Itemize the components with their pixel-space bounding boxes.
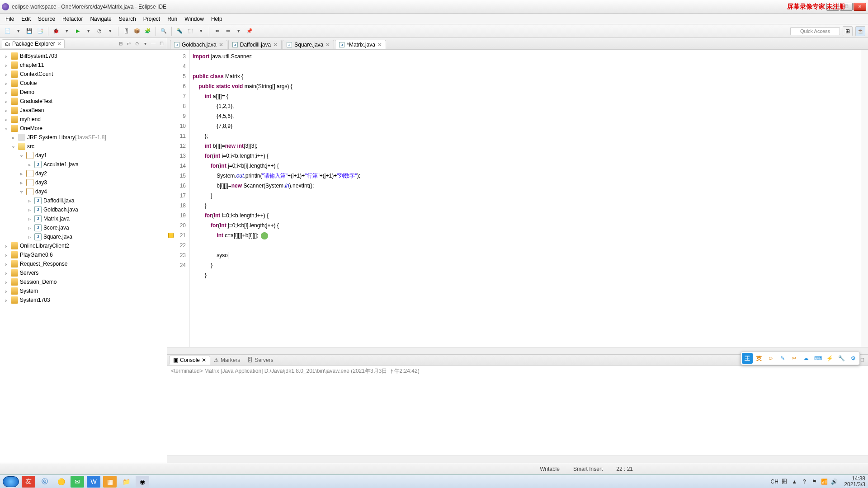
open-type-button[interactable]: 🔍 bbox=[159, 26, 169, 36]
dropdown-icon[interactable]: ▾ bbox=[84, 26, 94, 36]
collapse-all-button[interactable]: ⊟ bbox=[117, 40, 124, 47]
expand-icon[interactable]: ▿ bbox=[10, 144, 16, 149]
close-button[interactable]: ✕ bbox=[854, 3, 866, 11]
quick-access-input[interactable]: Quick Access bbox=[790, 27, 840, 35]
nav-next-button[interactable]: ➡ bbox=[223, 26, 233, 36]
maximize-view-button[interactable]: ☐ bbox=[158, 40, 165, 47]
tree-node[interactable]: ▹JavaBean bbox=[0, 106, 167, 115]
tree-node[interactable]: ▹Demo bbox=[0, 88, 167, 97]
menu-run[interactable]: Run bbox=[164, 14, 181, 24]
servers-tab[interactable]: 🗄 Servers bbox=[244, 356, 277, 364]
start-button[interactable] bbox=[3, 476, 19, 487]
expand-icon[interactable]: ▹ bbox=[3, 90, 9, 95]
expand-icon[interactable]: ▹ bbox=[26, 216, 33, 221]
ime-edit-button[interactable]: ✎ bbox=[777, 353, 788, 364]
expand-icon[interactable]: ▹ bbox=[26, 162, 33, 167]
tree-node[interactable]: ▹Daffodill.java bbox=[0, 196, 167, 205]
tree-node[interactable]: ▹chapter11 bbox=[0, 61, 167, 70]
expand-icon[interactable]: ▹ bbox=[3, 99, 9, 104]
tree-node[interactable]: ▹PlayGame0.6 bbox=[0, 250, 167, 259]
open-perspective-button[interactable]: ⊞ bbox=[843, 26, 853, 36]
debug-button[interactable]: 🐞 bbox=[51, 26, 61, 36]
tree-node[interactable]: ▿day4 bbox=[0, 187, 167, 196]
tray-network-icon[interactable]: 📶 bbox=[821, 478, 828, 485]
link-editor-button[interactable]: ⇄ bbox=[125, 40, 132, 47]
tray-help-icon[interactable]: ? bbox=[801, 478, 808, 485]
new-server-button[interactable]: 🗄 bbox=[121, 26, 131, 36]
taskbar-chrome[interactable]: 🟡 bbox=[54, 476, 68, 488]
expand-icon[interactable]: ▹ bbox=[18, 171, 24, 176]
tree-node[interactable]: ▿src bbox=[0, 142, 167, 151]
tree-node[interactable]: ▹Acculate1.java bbox=[0, 160, 167, 169]
tree-node[interactable]: ▹day3 bbox=[0, 178, 167, 187]
ime-lang-button[interactable]: 英 bbox=[754, 353, 764, 364]
overview-ruler[interactable] bbox=[861, 50, 868, 347]
expand-icon[interactable]: ▹ bbox=[3, 298, 9, 303]
code-line[interactable]: b[i][j]=new Scanner(System.in).nextInt()… bbox=[193, 181, 861, 191]
close-icon[interactable]: ✕ bbox=[57, 41, 61, 47]
code-line[interactable]: for(int j=0;i<b[i].length;j++) { bbox=[193, 161, 861, 171]
tree-node[interactable]: ▹Matrix.java bbox=[0, 214, 167, 223]
tree-node[interactable]: ▹myfriend bbox=[0, 115, 167, 124]
expand-icon[interactable]: ▹ bbox=[3, 244, 9, 249]
expand-icon[interactable]: ▹ bbox=[3, 108, 9, 113]
menu-source[interactable]: Source bbox=[34, 14, 59, 24]
code-line[interactable]: {1,2,3}, bbox=[193, 101, 861, 111]
ime-settings-button[interactable]: ⚙ bbox=[848, 353, 859, 364]
tree-node[interactable]: ▹Session_Demo bbox=[0, 277, 167, 286]
code-line[interactable]: } bbox=[193, 201, 861, 211]
menu-file[interactable]: File bbox=[2, 14, 18, 24]
expand-icon[interactable]: ▹ bbox=[3, 289, 9, 294]
menu-search[interactable]: Search bbox=[115, 14, 140, 24]
view-menu-button[interactable]: ▾ bbox=[142, 40, 149, 47]
code-line[interactable]: System.out.println("请输入第"+(i+1)+"行第"+(j+… bbox=[193, 171, 861, 181]
search-button[interactable]: 🔦 bbox=[175, 26, 184, 36]
taskbar-ie[interactable]: ⓔ bbox=[38, 476, 52, 488]
ime-emoji-button[interactable]: ☺ bbox=[765, 353, 776, 364]
tray-flag-icon[interactable]: ⚑ bbox=[811, 478, 818, 485]
code-line[interactable]: for(int j=0;i<b[i].length;j++) { bbox=[193, 221, 861, 230]
expand-icon[interactable]: ▹ bbox=[3, 81, 9, 86]
menu-project[interactable]: Project bbox=[140, 14, 164, 24]
taskbar-excel[interactable]: ▦ bbox=[103, 476, 117, 488]
tree-node[interactable]: ▹Score.java bbox=[0, 223, 167, 232]
expand-icon[interactable]: ▹ bbox=[3, 63, 9, 68]
taskbar-wps[interactable]: W bbox=[87, 476, 100, 488]
ime-toolbar[interactable]: 王 英 ☺ ✎ ✂ ☁ ⌨ ⚡ 🔧 ⚙ bbox=[741, 352, 860, 365]
ime-tools-button[interactable]: 🔧 bbox=[836, 353, 847, 364]
tray-up-icon[interactable]: ▲ bbox=[791, 478, 798, 485]
save-all-button[interactable]: 📑 bbox=[35, 26, 45, 36]
tree-node[interactable]: ▹BillSystem1703 bbox=[0, 52, 167, 61]
code-line[interactable]: for(int i=0;i<b.length;i++) { bbox=[193, 151, 861, 161]
expand-icon[interactable]: ▿ bbox=[18, 153, 24, 158]
dropdown-icon[interactable]: ▾ bbox=[62, 26, 72, 36]
tree-node[interactable]: ▹System1703 bbox=[0, 296, 167, 305]
tray-clock[interactable]: 14:38 2021/3/3 bbox=[844, 476, 865, 488]
project-tree[interactable]: ▹BillSystem1703▹chapter11▹ContextCount▹C… bbox=[0, 50, 167, 463]
ime-cloud-button[interactable]: ☁ bbox=[801, 353, 811, 364]
taskbar-wechat[interactable]: ✉ bbox=[71, 476, 84, 488]
expand-icon[interactable]: ▹ bbox=[3, 271, 9, 276]
toggle-button[interactable]: ⬚ bbox=[185, 26, 195, 36]
dropdown-icon[interactable]: ▾ bbox=[196, 26, 206, 36]
code-line[interactable]: {4,5,6}, bbox=[193, 111, 861, 121]
code-line[interactable]: } bbox=[193, 191, 861, 201]
editor-tab[interactable]: Daffodill.java✕ bbox=[228, 40, 282, 49]
code-line[interactable]: } bbox=[193, 270, 861, 280]
tree-node[interactable]: ▹OnlineLibraryClient2 bbox=[0, 241, 167, 250]
console-output[interactable]: <terminated> Matrix [Java Application] D… bbox=[167, 366, 868, 455]
menu-window[interactable]: Window bbox=[181, 14, 208, 24]
code-line[interactable]: } bbox=[193, 260, 861, 270]
save-button[interactable]: 💾 bbox=[24, 26, 34, 36]
editor-tab[interactable]: *Matrix.java✕ bbox=[335, 40, 386, 49]
expand-icon[interactable]: ▹ bbox=[26, 235, 33, 239]
ime-keyboard-button[interactable]: ⌨ bbox=[812, 353, 823, 364]
editor-tab[interactable]: Goldbach.java✕ bbox=[170, 40, 227, 49]
code-line[interactable]: {7,8,9} bbox=[193, 121, 861, 131]
tray-language[interactable]: CH bbox=[771, 478, 778, 485]
code-line[interactable]: import java.util.Scanner; bbox=[193, 52, 861, 61]
code-line[interactable]: public static void main(String[] args) { bbox=[193, 81, 861, 91]
close-icon[interactable]: ✕ bbox=[219, 42, 223, 48]
tree-node[interactable]: ▹Servers bbox=[0, 268, 167, 277]
code-line[interactable] bbox=[193, 61, 861, 71]
